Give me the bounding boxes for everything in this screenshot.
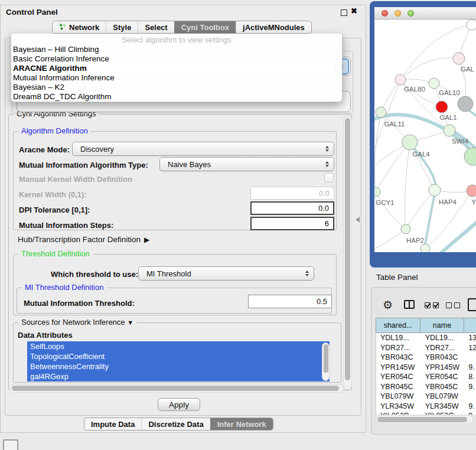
mi-type-combobox[interactable]: Naive Bayes — [159, 157, 334, 171]
tab-impute-data[interactable]: Impute Data — [84, 418, 141, 430]
node-top-partial[interactable] — [467, 19, 476, 30]
tab-jactivemnodules[interactable]: jActiveMNodules — [236, 21, 311, 33]
tab-label: Cyni Toolbox — [181, 23, 229, 32]
algorithm-option-basic-correlation-inference[interactable]: Basic Correlation Inference — [11, 54, 342, 64]
mi-steps-input[interactable]: 6 — [250, 217, 334, 230]
algorithm-list: Bayesian – Hill ClimbingBasic Correlatio… — [11, 45, 342, 102]
table-row[interactable]: YBL079WYBL079W — [376, 392, 476, 402]
hub-factor-expander[interactable]: Hub/Transcription Factor Definition▶ — [18, 235, 149, 244]
tab-select[interactable]: Select — [138, 21, 174, 33]
settings-scrollbar-thumb[interactable] — [345, 118, 350, 380]
minimized-panel-icon[interactable] — [3, 439, 18, 450]
algorithm-option-bayesian-k2[interactable]: Bayesian – K2 — [11, 83, 342, 92]
panel-collapse-arrow[interactable] — [356, 217, 360, 223]
aracne-mode-label: Aracne Mode: — [19, 145, 70, 154]
table-hscrollbar[interactable] — [376, 415, 474, 424]
node-gal10[interactable] — [429, 78, 439, 89]
table-row[interactable]: YDR27...YDR27...12 — [376, 343, 476, 353]
control-panel-title: Control Panel — [6, 8, 58, 17]
tab-cyni-toolbox[interactable]: Cyni Toolbox — [174, 21, 236, 33]
node-gal4[interactable] — [402, 135, 418, 150]
node-hap4[interactable] — [429, 184, 441, 196]
manual-kernel-checkbox[interactable] — [324, 173, 334, 182]
tab-network[interactable]: Network — [53, 21, 106, 33]
node-gcy1[interactable] — [374, 187, 380, 197]
algorithm-option-bayesian-hill-climbing[interactable]: Bayesian – Hill Climbing — [11, 45, 342, 54]
table-cell: 9 — [464, 411, 476, 415]
close-traffic-light[interactable] — [382, 10, 388, 17]
sources-legend[interactable]: Sources for Network Inference ▼ — [18, 318, 136, 327]
node-hap2[interactable] — [401, 224, 410, 234]
table-row[interactable]: YBR043CYBR043C — [376, 353, 476, 363]
algorithm-option-dream8-dc-tdc-algorithm[interactable]: Dream8 DC_TDC Algorithm — [11, 92, 342, 102]
network-canvas[interactable]: GALGAL80GAL10GAL11GAL1SWI4GAL4GCY1HAP4YH… — [374, 19, 476, 252]
node-green-right[interactable] — [464, 148, 476, 165]
data-attribute-betweennesscentrality[interactable]: BetweennessCentrality — [27, 361, 330, 371]
node-gal1[interactable] — [444, 125, 455, 136]
split-columns-icon[interactable] — [404, 300, 415, 309]
algorithm-option-mutual-information-inference[interactable]: Mutual Information Inference — [11, 73, 342, 83]
aracne-mode-combobox[interactable]: Discovery — [72, 142, 334, 156]
app-root: Control Panel ✖ NetworkStyleSelectCyni T… — [0, 0, 476, 450]
tab-infer-network[interactable]: Infer Network — [210, 418, 273, 430]
column-header-a[interactable]: A — [464, 318, 476, 333]
popup-placeholder: Select algorithm to view settings — [11, 34, 342, 45]
algorithm-option-aracne-algorithm[interactable]: ARACNE Algorithm — [11, 64, 342, 73]
data-attribute-topologicalcoefficient[interactable]: TopologicalCoefficient — [27, 351, 330, 361]
data-attribute-selfloops[interactable]: SelfLoops — [27, 341, 330, 351]
settings-hscrollbar[interactable] — [9, 384, 344, 393]
zoom-traffic-light[interactable] — [407, 10, 414, 17]
network-window-titlebar[interactable] — [374, 7, 476, 19]
node-pink-right[interactable] — [467, 185, 476, 197]
algorithm-dropdown-popup: Select algorithm to view settings Bayesi… — [11, 34, 343, 102]
attributes-scrollbar[interactable] — [322, 343, 330, 381]
tab-label: Network — [69, 23, 99, 32]
which-threshold-combobox[interactable]: MI Threshold — [138, 266, 314, 281]
settings-scrollbar[interactable] — [343, 116, 352, 390]
table-row[interactable]: YPR145WYPR145W9. — [376, 363, 476, 373]
float-window-icon[interactable] — [341, 9, 347, 16]
close-panel-icon[interactable]: ✖ — [351, 6, 357, 15]
table-row[interactable]: YBR045CYBR045C9. — [376, 382, 476, 392]
new-table-icon[interactable] — [468, 298, 476, 311]
table-settings-gear-icon[interactable]: ⚙ — [383, 299, 393, 311]
table-cell: YBR043C — [376, 353, 421, 363]
mi-steps-label: Mutual Information Steps: — [19, 221, 113, 230]
tab-style[interactable]: Style — [106, 21, 138, 33]
minimize-traffic-light[interactable] — [395, 10, 401, 17]
node-label-hap4: HAP4 — [439, 198, 457, 206]
select-all-checkboxes-icon[interactable] — [425, 302, 439, 308]
tab-label: Impute Data — [91, 420, 135, 429]
node-gal80[interactable] — [395, 74, 406, 85]
deselect-all-checkboxes-icon[interactable] — [446, 302, 460, 308]
table-row[interactable]: YDL19...YDL19...13 — [376, 333, 476, 343]
attributes-scrollbar-thumb[interactable] — [324, 344, 328, 373]
data-attribute-gal4rgexp[interactable]: gal4RGexp — [27, 371, 330, 381]
table-hscrollbar-thumb[interactable] — [377, 417, 467, 422]
mi-threshold-label: Mutual Information Threshold: — [24, 299, 135, 308]
table-cell: YBR045C — [376, 382, 421, 392]
tab-label: Style — [113, 23, 131, 32]
mi-threshold-input[interactable]: 0.5 — [248, 295, 332, 308]
node-red-selected[interactable] — [436, 101, 448, 113]
table-row[interactable]: YLR345WYLR345W9. — [376, 402, 476, 412]
column-header-shared[interactable]: shared... — [376, 318, 420, 333]
kernel-width-input: 0.0 — [250, 187, 334, 200]
table-cell: YBL079W — [376, 392, 421, 402]
control-panel-tabstrip: NetworkStyleSelectCyni ToolboxjActiveMNo… — [52, 21, 312, 34]
apply-button[interactable]: Apply — [158, 398, 200, 411]
sources-legend-label: Sources for Network Inference — [21, 318, 125, 327]
tab-label: Select — [145, 23, 167, 32]
node-bottom-partial[interactable] — [420, 244, 430, 252]
node-gray[interactable] — [458, 96, 473, 112]
settings-hscrollbar-thumb[interactable] — [12, 386, 339, 391]
tab-label: Infer Network — [217, 420, 266, 429]
table-row[interactable]: YER054CYER054C8. — [376, 372, 476, 382]
table-row[interactable]: YIL052CYIL052C9 — [376, 411, 476, 415]
column-header-name[interactable]: name — [420, 318, 464, 333]
table-cell: YDR27... — [421, 343, 465, 353]
tab-discretize-data[interactable]: Discretize Data — [141, 418, 210, 430]
node-gal11[interactable] — [376, 107, 386, 118]
node-pink-top[interactable] — [453, 53, 465, 64]
dpi-tolerance-input[interactable]: 0.0 — [250, 201, 334, 215]
